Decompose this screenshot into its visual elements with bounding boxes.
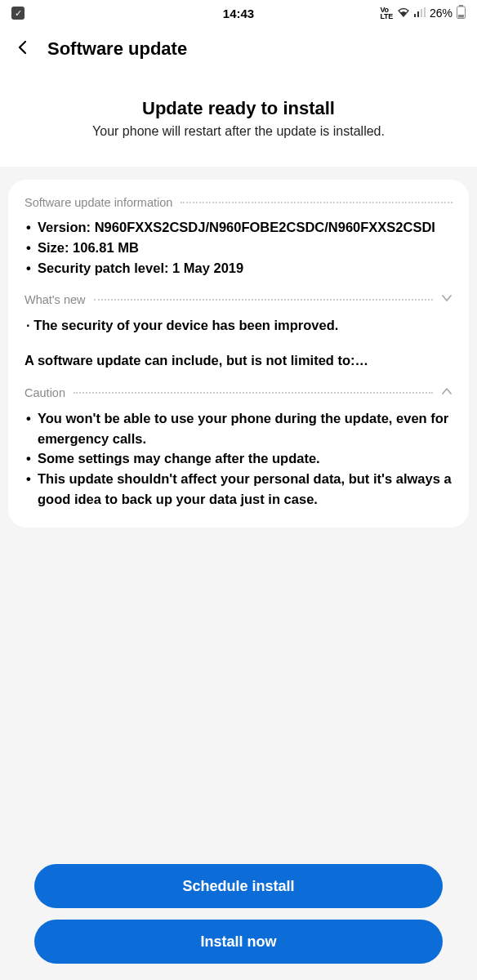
whatsnew-header[interactable]: What's new xyxy=(25,292,452,307)
divider-dots xyxy=(181,202,452,203)
notification-icon: ✓ xyxy=(11,7,25,20)
whatsnew-paragraph: A software update can include, but is no… xyxy=(25,350,452,371)
svg-rect-1 xyxy=(417,11,419,17)
caution-item: You won't be able to use your phone duri… xyxy=(26,408,452,449)
page-header: Software update xyxy=(0,26,477,74)
caution-section: Caution You won't be able to use your ph… xyxy=(25,385,452,510)
caution-header[interactable]: Caution xyxy=(25,385,452,400)
svg-rect-3 xyxy=(424,7,426,17)
whatsnew-label: What's new xyxy=(25,293,86,306)
whatsnew-section: What's new The security of your device h… xyxy=(25,292,452,371)
svg-rect-6 xyxy=(458,15,464,18)
bottom-actions: Schedule install Install now xyxy=(0,864,477,964)
info-section: Software update information Version: N96… xyxy=(25,196,452,278)
back-button[interactable] xyxy=(15,38,31,60)
chevron-up-icon xyxy=(441,385,452,400)
install-now-button[interactable]: Install now xyxy=(34,920,443,964)
intro-title: Update ready to install xyxy=(16,98,461,119)
volte-icon: VoLTE xyxy=(381,7,393,20)
whatsnew-line: The security of your device has been imp… xyxy=(25,315,452,336)
caution-item: This update shouldn't affect your person… xyxy=(26,469,452,510)
info-label: Software update information xyxy=(25,196,172,209)
svg-rect-2 xyxy=(421,9,422,17)
intro-section: Update ready to install Your phone will … xyxy=(0,74,477,167)
info-size: Size: 106.81 MB xyxy=(26,238,452,258)
info-version: Version: N960FXXS2CSDJ/N960FOBE2CSDC/N96… xyxy=(26,217,452,238)
battery-text: 26% xyxy=(430,7,452,20)
page-title: Software update xyxy=(47,38,187,60)
chevron-down-icon xyxy=(441,292,452,307)
info-patch: Security patch level: 1 May 2019 xyxy=(26,258,452,278)
signal-icon xyxy=(414,7,426,20)
wifi-icon xyxy=(397,7,410,20)
schedule-install-button[interactable]: Schedule install xyxy=(34,864,443,908)
intro-subtitle: Your phone will restart after the update… xyxy=(16,124,461,139)
caution-label: Caution xyxy=(25,386,65,399)
update-details-card: Software update information Version: N96… xyxy=(8,180,469,528)
battery-icon xyxy=(457,5,466,21)
svg-rect-0 xyxy=(414,14,416,17)
divider-dots xyxy=(74,392,433,394)
status-time: 14:43 xyxy=(223,7,254,20)
divider-dots xyxy=(94,299,434,301)
caution-item: Some settings may change after the updat… xyxy=(26,448,452,469)
status-bar: ✓ 14:43 VoLTE 26% xyxy=(0,0,477,26)
